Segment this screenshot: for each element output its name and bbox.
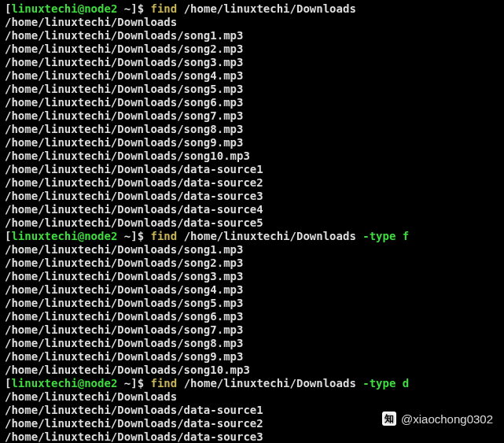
output-line: /home/linuxtechi/Downloads/data-source3 bbox=[5, 430, 499, 443]
output-line: /home/linuxtechi/Downloads/song6.mp3 bbox=[5, 310, 499, 323]
output-line: /home/linuxtechi/Downloads/data-source5 bbox=[5, 216, 499, 230]
cmd-path: /home/linuxtechi/Downloads bbox=[184, 377, 356, 389]
zhihu-icon: 知 bbox=[382, 412, 396, 426]
output-line: /home/linuxtechi/Downloads/song7.mp3 bbox=[5, 109, 499, 123]
output-line: /home/linuxtechi/Downloads/song7.mp3 bbox=[5, 323, 499, 337]
cmd-flag: -type bbox=[362, 230, 395, 242]
cmd-flag: -type bbox=[362, 377, 395, 389]
cmd-flag-val: d bbox=[403, 377, 409, 389]
output-line: /home/linuxtechi/Downloads/song10.mp3 bbox=[5, 364, 499, 377]
cmd-flag-val: f bbox=[403, 230, 409, 242]
output-line: /home/linuxtechi/Downloads/data-source2 bbox=[5, 176, 499, 190]
output-line: /home/linuxtechi/Downloads/song5.mp3 bbox=[5, 297, 499, 310]
prompt-line-3[interactable]: [linuxtechi@node2 ~]$ find /home/linuxte… bbox=[5, 377, 499, 390]
output-line: /home/linuxtechi/Downloads/song2.mp3 bbox=[5, 257, 499, 270]
output-line: /home/linuxtechi/Downloads/song8.mp3 bbox=[5, 123, 499, 136]
output-line: /home/linuxtechi/Downloads/song9.mp3 bbox=[5, 350, 499, 364]
output-line: /home/linuxtechi/Downloads/data-source3 bbox=[5, 190, 499, 203]
output-line: /home/linuxtechi/Downloads/song3.mp3 bbox=[5, 56, 499, 69]
output-line: /home/linuxtechi/Downloads/song4.mp3 bbox=[5, 69, 499, 83]
cmd-path: /home/linuxtechi/Downloads bbox=[184, 2, 356, 15]
cmd-find: find bbox=[151, 230, 178, 242]
output-line: /home/linuxtechi/Downloads bbox=[5, 16, 499, 29]
output-line: /home/linuxtechi/Downloads/song8.mp3 bbox=[5, 337, 499, 350]
cmd-path: /home/linuxtechi/Downloads bbox=[184, 230, 356, 242]
output-line: /home/linuxtechi/Downloads/song3.mp3 bbox=[5, 270, 499, 283]
prompt-line-2[interactable]: [linuxtechi@node2 ~]$ find /home/linuxte… bbox=[5, 230, 499, 243]
output-line: /home/linuxtechi/Downloads/song4.mp3 bbox=[5, 283, 499, 297]
watermark-handle: @xiaochong0302 bbox=[401, 412, 493, 426]
prompt-line-1[interactable]: [linuxtechi@node2 ~]$ find /home/linuxte… bbox=[5, 2, 499, 16]
output-line: /home/linuxtechi/Downloads/data-source1 bbox=[5, 163, 499, 176]
output-line: /home/linuxtechi/Downloads/song9.mp3 bbox=[5, 136, 499, 150]
output-line: /home/linuxtechi/Downloads/data-source4 bbox=[5, 203, 499, 216]
output-line: /home/linuxtechi/Downloads/song10.mp3 bbox=[5, 150, 499, 163]
watermark: 知 @xiaochong0302 bbox=[382, 412, 493, 426]
output-line: /home/linuxtechi/Downloads/song5.mp3 bbox=[5, 83, 499, 96]
cmd-find: find bbox=[151, 377, 178, 389]
output-line: /home/linuxtechi/Downloads/song1.mp3 bbox=[5, 243, 499, 257]
output-line: /home/linuxtechi/Downloads/song6.mp3 bbox=[5, 96, 499, 109]
output-line: /home/linuxtechi/Downloads/song1.mp3 bbox=[5, 29, 499, 42]
output-line: /home/linuxtechi/Downloads/song2.mp3 bbox=[5, 42, 499, 56]
output-line: /home/linuxtechi/Downloads bbox=[5, 390, 499, 404]
cmd-find: find bbox=[151, 2, 178, 15]
